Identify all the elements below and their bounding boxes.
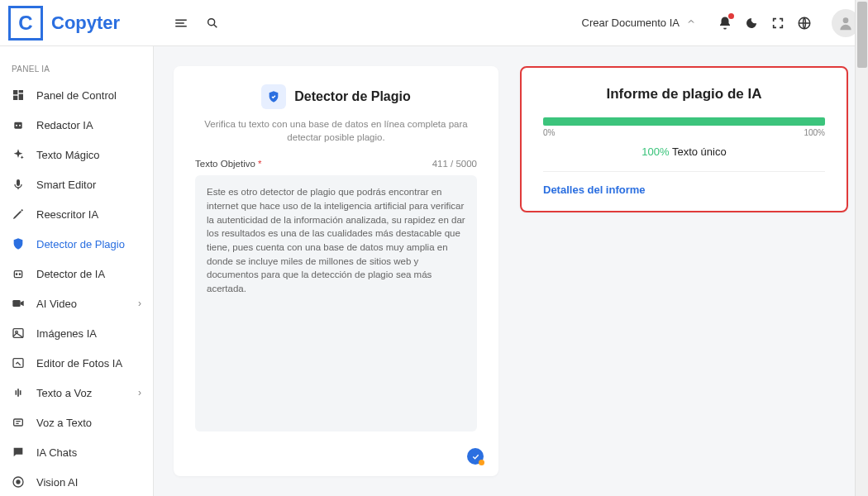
sidebar-item-label: Detector de IA bbox=[36, 268, 105, 280]
photo-edit-icon bbox=[12, 356, 25, 370]
sidebar-item-label: Imágenes IA bbox=[36, 327, 97, 340]
sidebar-item-label: IA Chats bbox=[36, 446, 77, 459]
svg-point-0 bbox=[208, 18, 215, 25]
sidebar-item-detector-de-ia[interactable]: Detector de IA bbox=[0, 259, 153, 289]
report-title: Informe de plagio de IA bbox=[543, 86, 825, 103]
detector-title: Detector de Plagio bbox=[294, 89, 410, 104]
chevron-up-icon bbox=[686, 17, 696, 29]
detector-card: Detector de Plagio Verifica tu texto con… bbox=[174, 66, 498, 476]
sidebar-item-ai-video[interactable]: AI Video › bbox=[0, 289, 153, 318]
sidebar-item-label: Panel de Control bbox=[36, 89, 117, 102]
svg-rect-3 bbox=[13, 90, 17, 94]
sidebar-item-panel-de-control[interactable]: Panel de Control bbox=[0, 80, 153, 110]
sidebar-item-label: Texto a Voz bbox=[36, 387, 92, 399]
sidebar-item-texto-magico[interactable]: Texto Mágico bbox=[0, 140, 153, 169]
svg-point-8 bbox=[16, 125, 17, 126]
menu-toggle-icon[interactable] bbox=[174, 16, 188, 31]
pen-icon bbox=[12, 207, 25, 221]
progress-min: 0% bbox=[543, 128, 555, 137]
sparkle-icon bbox=[12, 148, 25, 161]
svg-point-9 bbox=[19, 125, 21, 126]
create-document-label: Crear Documento IA bbox=[582, 17, 680, 29]
sidebar-item-label: Editor de Fotos IA bbox=[36, 357, 122, 370]
sidebar-item-imagenes-ia[interactable]: Imágenes IA bbox=[0, 318, 153, 348]
sidebar-item-editor-fotos-ia[interactable]: Editor de Fotos IA bbox=[0, 348, 153, 378]
divider bbox=[543, 171, 825, 172]
chevron-right-icon: › bbox=[138, 298, 141, 309]
sidebar-item-redactor-ia[interactable]: Redactor IA bbox=[0, 110, 153, 140]
robot-detect-icon bbox=[12, 267, 25, 280]
svg-rect-14 bbox=[12, 300, 20, 307]
report-card: Informe de plagio de IA 0% 100% 100% Tex… bbox=[520, 66, 848, 212]
notification-dot bbox=[728, 13, 734, 19]
char-counter: 411 / 5000 bbox=[432, 159, 477, 169]
sidebar-item-vision-ai[interactable]: Vision AI bbox=[0, 467, 153, 496]
header: C Copyter Crear Documento IA bbox=[0, 0, 868, 46]
robot-icon bbox=[12, 118, 25, 131]
image-icon bbox=[12, 327, 25, 340]
chat-icon bbox=[12, 446, 25, 459]
svg-rect-4 bbox=[19, 90, 23, 93]
scrollbar[interactable] bbox=[855, 0, 868, 496]
verified-badge-icon[interactable] bbox=[467, 448, 484, 465]
sidebar-item-label: Redactor IA bbox=[36, 119, 93, 131]
detector-subtitle: Verifica tu texto con una base de datos … bbox=[204, 117, 469, 144]
fullscreen-icon[interactable] bbox=[770, 16, 785, 31]
target-text-label: Texto Objetivo bbox=[195, 159, 255, 169]
sidebar-item-label: Reescritor IA bbox=[36, 208, 98, 221]
target-text-input[interactable] bbox=[195, 175, 477, 432]
report-details-link[interactable]: Detalles del informe bbox=[543, 184, 825, 196]
dashboard-icon bbox=[12, 88, 25, 102]
shield-badge-icon bbox=[261, 84, 286, 109]
svg-point-20 bbox=[17, 480, 20, 484]
svg-rect-10 bbox=[17, 179, 20, 186]
sidebar-section-label: PANEL IA bbox=[0, 58, 153, 80]
progress-max: 100% bbox=[804, 128, 825, 137]
sidebar-item-label: Smart Editor bbox=[36, 179, 96, 191]
svg-rect-5 bbox=[19, 94, 23, 100]
unique-text: Texto único bbox=[672, 145, 727, 158]
svg-rect-6 bbox=[13, 96, 17, 100]
sidebar-item-reescritor-ia[interactable]: Reescritor IA bbox=[0, 199, 153, 229]
sidebar-item-label: Detector de Plagio bbox=[36, 238, 125, 250]
sidebar-item-smart-editor[interactable]: Smart Editor bbox=[0, 169, 153, 199]
shield-icon bbox=[12, 237, 25, 250]
progress-fill bbox=[543, 117, 825, 126]
svg-rect-18 bbox=[14, 419, 23, 426]
sidebar-item-label: Vision AI bbox=[36, 476, 78, 489]
chevron-right-icon: › bbox=[138, 387, 141, 398]
svg-point-13 bbox=[19, 274, 20, 274]
sidebar: PANEL IA Panel de Control Redactor IA Te… bbox=[0, 46, 154, 496]
sidebar-item-detector-de-plagio[interactable]: Detector de Plagio bbox=[0, 229, 153, 259]
logo-mark: C bbox=[8, 6, 43, 41]
sidebar-item-label: Texto Mágico bbox=[36, 149, 100, 161]
sidebar-item-texto-a-voz[interactable]: Texto a Voz › bbox=[0, 378, 153, 408]
voice-to-text-icon bbox=[12, 416, 25, 429]
svg-rect-7 bbox=[14, 122, 21, 129]
dark-mode-icon[interactable] bbox=[744, 16, 759, 31]
unique-percent: 100% bbox=[641, 145, 669, 158]
sidebar-item-label: AI Video bbox=[36, 298, 77, 310]
sidebar-item-label: Voz a Texto bbox=[36, 417, 92, 429]
soundwave-icon bbox=[12, 386, 25, 399]
logo-letter: C bbox=[18, 12, 32, 35]
required-mark: * bbox=[258, 159, 261, 169]
notifications-icon[interactable] bbox=[718, 16, 732, 31]
logo[interactable]: C Copyter bbox=[0, 6, 154, 41]
search-icon[interactable] bbox=[205, 16, 220, 31]
create-document-dropdown[interactable]: Crear Documento IA bbox=[582, 17, 707, 29]
content-area: Detector de Plagio Verifica tu texto con… bbox=[154, 46, 868, 496]
brand-name: Copyter bbox=[51, 12, 120, 34]
svg-point-12 bbox=[16, 274, 17, 274]
svg-point-2 bbox=[843, 17, 849, 23]
progress-bar: 0% 100% bbox=[543, 117, 825, 137]
video-icon bbox=[12, 297, 25, 310]
sidebar-item-voz-a-texto[interactable]: Voz a Texto bbox=[0, 408, 153, 437]
sidebar-item-ia-chats[interactable]: IA Chats bbox=[0, 437, 153, 467]
language-icon[interactable] bbox=[797, 16, 812, 31]
mic-icon bbox=[12, 178, 25, 191]
eye-icon bbox=[12, 475, 25, 489]
scroll-thumb[interactable] bbox=[857, 2, 867, 68]
